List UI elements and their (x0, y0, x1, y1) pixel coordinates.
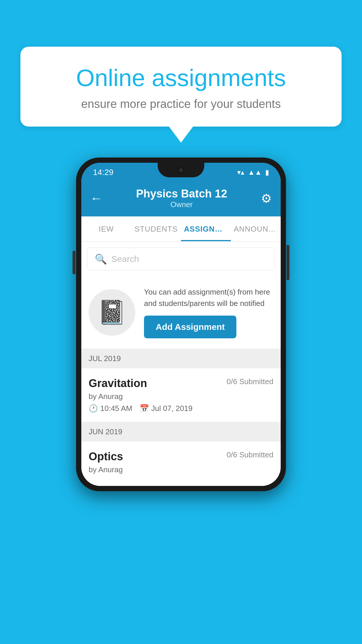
search-icon: 🔍 (95, 253, 107, 265)
speech-bubble-container: Online assignments ensure more practice … (20, 47, 342, 127)
tab-announcements[interactable]: ANNOUNCEM... (231, 216, 281, 241)
camera-icon (178, 167, 184, 174)
assignment-top: Gravitation 0/6 Submitted (89, 377, 273, 390)
tab-assignments[interactable]: ASSIGNMENTS (181, 216, 231, 241)
section-header-jul: JUL 2019 (81, 349, 281, 368)
battery-icon: ▮ (265, 168, 269, 176)
assignment-author-optics: by Anurag (89, 465, 273, 474)
header-subtitle: Owner (136, 200, 227, 209)
phone-wrapper: 14:29 ▾▴ ▲▲ ▮ ← Physics Batch 12 Owner ⚙ (76, 158, 286, 491)
assignment-status: 0/6 Submitted (227, 377, 273, 386)
status-icons: ▾▴ ▲▲ ▮ (237, 168, 269, 176)
clock-icon: 🕐 (89, 404, 98, 413)
assignment-time: 10:45 AM (100, 404, 132, 413)
signal-icon: ▲▲ (248, 168, 262, 176)
add-assignment-promo: 📓 You can add assignment(s) from here an… (81, 276, 281, 349)
tab-students[interactable]: STUDENTS (131, 216, 181, 241)
add-assignment-button[interactable]: Add Assignment (144, 316, 236, 338)
assignment-top-optics: Optics 0/6 Submitted (89, 450, 273, 463)
assignment-name: Gravitation (89, 377, 147, 390)
speech-bubble-title: Online assignments (41, 64, 321, 92)
status-time: 14:29 (93, 168, 113, 177)
phone-notch (158, 163, 204, 177)
assignment-author: by Anurag (89, 392, 273, 401)
speech-bubble: Online assignments ensure more practice … (20, 47, 342, 127)
assignment-item-optics[interactable]: Optics 0/6 Submitted by Anurag (81, 442, 281, 486)
back-button[interactable]: ← (90, 191, 102, 205)
meta-time: 🕐 10:45 AM (89, 404, 132, 413)
search-placeholder: Search (111, 254, 139, 264)
phone-screen: 14:29 ▾▴ ▲▲ ▮ ← Physics Batch 12 Owner ⚙ (81, 163, 281, 486)
assignment-name-optics: Optics (89, 450, 123, 463)
wifi-icon: ▾▴ (237, 168, 244, 176)
promo-icon-circle: 📓 (89, 289, 135, 336)
search-bar[interactable]: 🔍 Search (87, 248, 275, 270)
notebook-icon: 📓 (97, 299, 126, 326)
speech-bubble-subtitle: ensure more practice for your students (41, 97, 321, 111)
promo-content: You can add assignment(s) from here and … (144, 286, 273, 338)
calendar-icon: 📅 (140, 404, 149, 413)
assignment-meta: 🕐 10:45 AM 📅 Jul 07, 2019 (89, 404, 273, 413)
promo-text: You can add assignment(s) from here and … (144, 286, 273, 309)
assignment-item-gravitation[interactable]: Gravitation 0/6 Submitted by Anurag 🕐 10… (81, 368, 281, 422)
tab-iew[interactable]: IEW (81, 216, 131, 241)
section-header-jun: JUN 2019 (81, 422, 281, 442)
tabs-bar: IEW STUDENTS ASSIGNMENTS ANNOUNCEM... (81, 216, 281, 242)
search-container: 🔍 Search (81, 242, 281, 276)
assignment-date: Jul 07, 2019 (151, 404, 193, 413)
settings-button[interactable]: ⚙ (261, 191, 272, 206)
header-title: Physics Batch 12 (136, 188, 227, 200)
assignment-status-optics: 0/6 Submitted (227, 450, 273, 459)
meta-date: 📅 Jul 07, 2019 (140, 404, 193, 413)
app-header: ← Physics Batch 12 Owner ⚙ (81, 182, 281, 216)
phone-outer: 14:29 ▾▴ ▲▲ ▮ ← Physics Batch 12 Owner ⚙ (76, 158, 286, 491)
header-center: Physics Batch 12 Owner (136, 188, 227, 209)
